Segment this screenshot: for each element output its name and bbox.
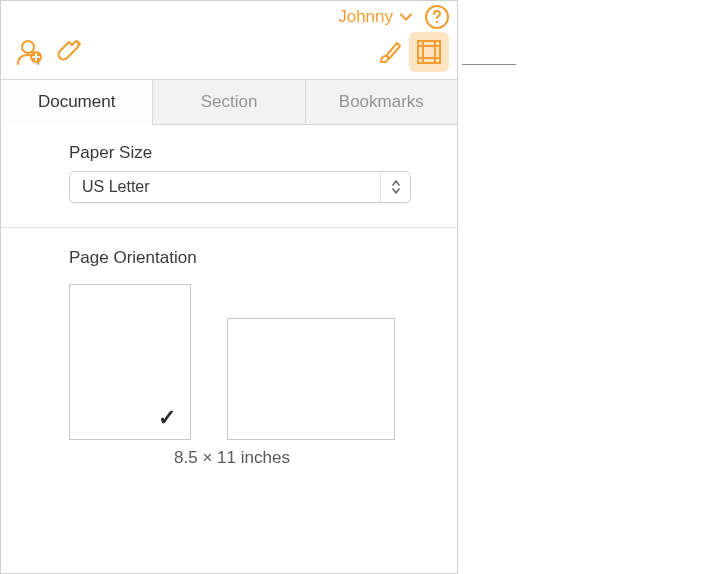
question-icon xyxy=(431,10,443,24)
document-button[interactable] xyxy=(409,32,449,72)
format-button[interactable] xyxy=(369,32,409,72)
paper-size-select[interactable]: US Letter xyxy=(69,171,411,203)
user-menu[interactable]: Johnny xyxy=(338,7,413,27)
orientation-label: Page Orientation xyxy=(69,248,437,268)
page-dimensions: 8.5 × 11 inches xyxy=(69,448,395,468)
chevron-down-icon xyxy=(399,10,413,24)
wrench-button[interactable] xyxy=(49,32,89,72)
select-arrow xyxy=(380,172,410,202)
orientation-portrait[interactable]: ✓ xyxy=(69,284,191,440)
tab-bookmarks[interactable]: Bookmarks xyxy=(306,80,457,124)
document-icon xyxy=(415,38,443,66)
paper-size-label: Paper Size xyxy=(69,143,437,163)
person-add-icon xyxy=(14,37,44,67)
tab-document[interactable]: Document xyxy=(1,80,153,125)
svg-rect-3 xyxy=(418,41,440,63)
brush-icon xyxy=(375,38,403,66)
updown-icon xyxy=(391,179,401,195)
help-button[interactable] xyxy=(425,5,449,29)
wrench-icon xyxy=(55,38,83,66)
callout-line xyxy=(462,64,516,65)
svg-point-0 xyxy=(436,21,438,23)
user-name: Johnny xyxy=(338,7,393,27)
check-icon: ✓ xyxy=(158,405,176,431)
paper-size-value: US Letter xyxy=(70,178,380,196)
svg-point-1 xyxy=(22,41,34,53)
orientation-landscape[interactable] xyxy=(227,318,395,440)
collaborate-button[interactable] xyxy=(9,32,49,72)
tab-section[interactable]: Section xyxy=(153,80,305,124)
divider xyxy=(1,227,457,228)
